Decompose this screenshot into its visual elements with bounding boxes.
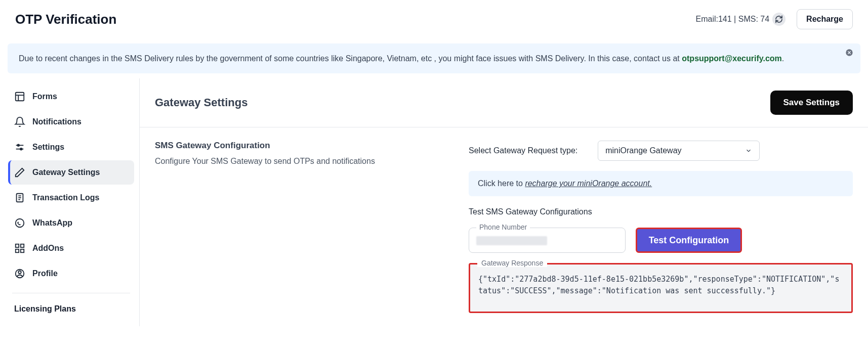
recharge-account-link[interactable]: recharge your miniOrange account. (525, 179, 652, 188)
svg-point-18 (18, 271, 21, 274)
gateway-type-select[interactable]: miniOrange Gateway (598, 141, 760, 161)
sidebar-item-gateway-settings[interactable]: Gateway Settings (8, 160, 134, 185)
sliders-icon (14, 142, 25, 153)
sidebar-item-profile[interactable]: Profile (8, 261, 134, 286)
pencil-icon (14, 167, 25, 178)
test-config-title: Test SMS Gateway Configurations (469, 207, 853, 216)
svg-rect-16 (21, 249, 24, 252)
sidebar-item-label: Profile (32, 269, 58, 278)
email-credits-label: Email: (696, 15, 718, 24)
recharge-note: Click here to recharge your miniOrange a… (469, 171, 853, 196)
sms-credits-label: SMS: (738, 15, 758, 24)
close-icon[interactable] (845, 49, 853, 57)
svg-point-12 (16, 219, 24, 228)
phone-number-redacted (476, 236, 547, 245)
section-description: Configure Your SMS Gateway to send OTPs … (155, 157, 438, 166)
svg-rect-15 (16, 249, 19, 252)
sidebar-item-notifications[interactable]: Notifications (8, 110, 134, 134)
svg-rect-14 (21, 244, 24, 247)
sidebar-item-label: Settings (32, 143, 64, 152)
sidebar-separator (12, 293, 130, 293)
phone-number-label: Phone Number (476, 223, 530, 231)
sidebar-item-transaction-logs[interactable]: Transaction Logs (8, 186, 134, 210)
gateway-type-label: Select Gateway Request type: (469, 146, 577, 155)
content-header: Gateway Settings Save Settings (140, 78, 868, 127)
banner-support-email[interactable]: otpsupport@xecurify.com (682, 54, 782, 63)
whatsapp-icon (14, 217, 25, 229)
sidebar-item-label: Transaction Logs (32, 193, 99, 202)
clipboard-icon (14, 192, 25, 203)
sms-credits-value: 74 (760, 15, 769, 24)
email-credits-value: 141 (718, 15, 732, 24)
sidebar-item-whatsapp[interactable]: WhatsApp (8, 211, 134, 235)
svg-rect-13 (16, 244, 19, 247)
banner-text: Due to recent changes in the SMS Deliver… (19, 54, 682, 63)
sidebar-item-label: Notifications (32, 117, 81, 126)
section-title: SMS Gateway Configuration (155, 141, 438, 151)
svg-point-7 (20, 148, 22, 150)
gateway-response-box: Gateway Response {"txId":"277a2bd8-39d5-… (469, 263, 853, 313)
sidebar-item-label: WhatsApp (32, 218, 72, 228)
phone-number-field[interactable]: Phone Number (469, 228, 626, 253)
sidebar-item-label: AddOns (32, 244, 64, 253)
save-settings-button[interactable]: Save Settings (770, 91, 853, 115)
recharge-button[interactable]: Recharge (797, 9, 853, 29)
info-banner: Due to recent changes in the SMS Deliver… (8, 43, 860, 73)
sidebar-item-forms[interactable]: Forms (8, 84, 134, 109)
credit-stats: Email:141 | SMS: 74 (696, 13, 786, 26)
gateway-response-label: Gateway Response (477, 259, 547, 267)
svg-point-6 (17, 145, 19, 147)
sidebar-item-settings[interactable]: Settings (8, 135, 134, 159)
user-icon (14, 268, 25, 279)
svg-rect-1 (16, 93, 24, 101)
sidebar: Forms Notifications Settings Gateway Set… (0, 78, 139, 326)
layout-icon (14, 91, 25, 102)
page-title: OTP Verification (15, 12, 116, 27)
gateway-response-text: {"txId":"277a2bd8-39d5-11ef-8e15-021bb5e… (478, 274, 843, 296)
sidebar-item-label: Forms (32, 92, 57, 101)
sidebar-licensing-plans[interactable]: Licensing Plans (8, 300, 134, 318)
bell-icon (14, 116, 25, 127)
grid-icon (14, 243, 25, 254)
gateway-type-value: miniOrange Gateway (605, 146, 681, 155)
main-content: Gateway Settings Save Settings SMS Gatew… (139, 78, 868, 326)
test-configuration-button[interactable]: Test Configuration (636, 228, 742, 253)
app-header: OTP Verification Email:141 | SMS: 74 Rec… (0, 0, 868, 38)
chevron-down-icon (745, 147, 752, 154)
content-title: Gateway Settings (155, 96, 247, 109)
sidebar-item-addons[interactable]: AddOns (8, 236, 134, 260)
sidebar-item-label: Gateway Settings (32, 168, 100, 177)
refresh-icon[interactable] (772, 13, 786, 26)
